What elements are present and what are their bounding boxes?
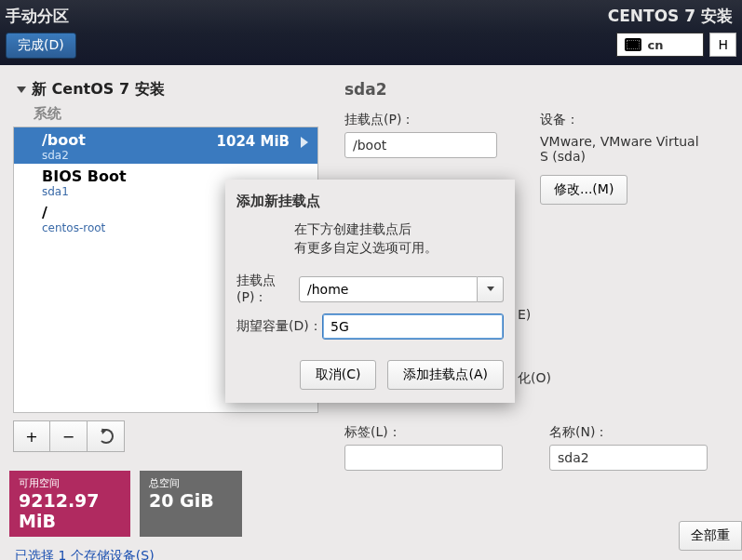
device-header: sda2 (344, 80, 742, 99)
tree-header[interactable]: 新 CentOS 7 安装 (9, 76, 326, 103)
dialog-mount-input[interactable] (299, 276, 478, 302)
remove-partition-button[interactable]: − (50, 420, 88, 452)
total-space-box: 总空间 20 GiB (140, 471, 242, 537)
add-mountpoint-dialog: 添加新挂载点 在下方创建挂载点后 有更多自定义选项可用。 挂载点(P)： 期望容… (225, 180, 515, 403)
dialog-desc2: 有更多自定义选项可用。 (294, 238, 504, 257)
modify-button[interactable]: 修改...(M) (540, 175, 627, 205)
dialog-capacity-label: 期望容量(D)： (236, 318, 322, 335)
keyboard-indicator[interactable]: cn (616, 33, 704, 57)
chevron-right-icon (301, 137, 308, 148)
dialog-cancel-button[interactable]: 取消(C) (300, 360, 377, 390)
available-label: 可用空间 (19, 476, 121, 490)
add-partition-button[interactable]: + (13, 420, 50, 452)
tree-root-label: 新 CentOS 7 安装 (32, 80, 165, 100)
encrypt-option: E) (518, 307, 531, 322)
label-input[interactable] (344, 445, 503, 471)
top-right: CENTOS 7 安装 cn H (608, 4, 736, 57)
format-option: 化(O) (518, 370, 551, 387)
partition-toolbar: + − (13, 420, 326, 452)
tree-section: 系统 (9, 103, 326, 127)
label-label: 标签(L)： (344, 424, 503, 441)
keyboard-icon (625, 38, 641, 51)
partition-item-boot[interactable]: /boot 1024 MiB sda2 (14, 127, 317, 164)
keyboard-layout: cn (647, 38, 663, 52)
total-value: 20 GiB (149, 490, 233, 511)
dialog-capacity-input[interactable] (322, 313, 504, 340)
reload-button[interactable] (88, 420, 125, 452)
top-header: 手动分区 完成(D) CENTOS 7 安装 cn H (0, 0, 742, 65)
partition-size: 1024 MiB (217, 133, 290, 150)
chevron-down-icon (487, 287, 494, 291)
install-title: CENTOS 7 安装 (608, 6, 733, 27)
dialog-description: 在下方创建挂载点后 有更多自定义选项可用。 (294, 220, 504, 258)
total-label: 总空间 (149, 476, 233, 490)
storage-devices-link[interactable]: 已选择 1 个存储设备(S) (15, 548, 155, 560)
dialog-title: 添加新挂载点 (236, 193, 504, 210)
device-value: VMware, VMware Virtual S (sda) (540, 134, 708, 164)
reset-all-button[interactable]: 全部重 (679, 521, 742, 551)
page-title: 手动分区 (6, 6, 608, 27)
reload-icon (99, 429, 114, 444)
available-space-box: 可用空间 9212.97 MiB (9, 471, 130, 537)
mount-point-input[interactable] (344, 132, 497, 158)
dialog-add-button[interactable]: 添加挂载点(A) (387, 360, 504, 390)
dialog-mount-dropdown[interactable] (478, 276, 504, 302)
mount-point-label: 挂载点(P)： (344, 112, 503, 128)
partition-device: sda2 (42, 149, 306, 162)
dialog-mount-label: 挂载点(P)： (236, 273, 299, 306)
status-row: 可用空间 9212.97 MiB 总空间 20 GiB (0, 471, 742, 537)
done-button[interactable]: 完成(D) (6, 33, 76, 59)
top-left: 手动分区 完成(D) (6, 4, 608, 59)
help-button[interactable]: H (709, 33, 736, 57)
device-label: 设备： (540, 112, 717, 128)
caret-down-icon (17, 87, 26, 93)
name-label: 名称(N)： (549, 424, 708, 441)
dialog-desc1: 在下方创建挂载点后 (294, 220, 504, 238)
name-input[interactable] (549, 445, 708, 471)
available-value: 9212.97 MiB (19, 490, 121, 531)
